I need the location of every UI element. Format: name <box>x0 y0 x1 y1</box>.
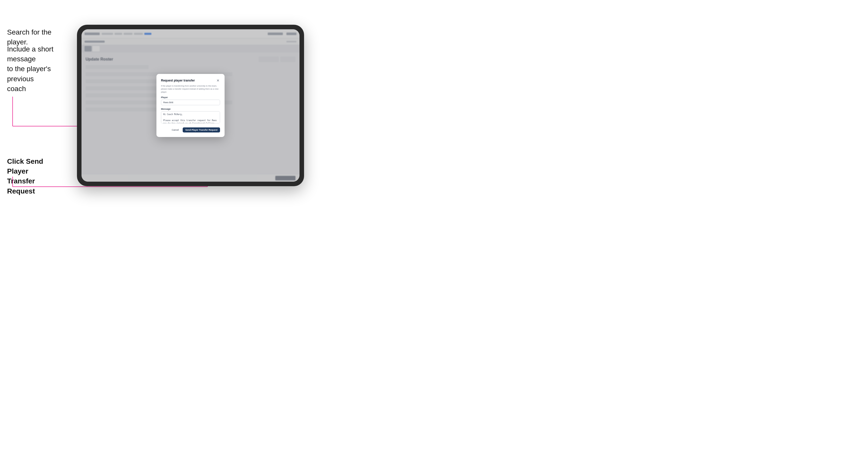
send-transfer-request-button[interactable]: Send Player Transfer Request <box>183 127 220 132</box>
tablet-device: Update Roster <box>77 25 304 186</box>
request-transfer-modal: Request player transfer ✕ If the player … <box>156 74 224 137</box>
cancel-button[interactable]: Cancel <box>169 128 181 132</box>
message-textarea[interactable]: Hi Coach McHarg, Please accept this tran… <box>161 111 220 123</box>
modal-header: Request player transfer ✕ <box>161 79 220 83</box>
modal-overlay: Request player transfer ✕ If the player … <box>82 29 300 182</box>
player-field-label: Player <box>161 96 220 99</box>
annotation-step2: Include a short message to the player's … <box>7 44 70 94</box>
tablet-screen: Update Roster <box>82 29 300 182</box>
message-field-label: Message <box>161 108 220 110</box>
modal-description: If the player is transferring from anoth… <box>161 85 220 94</box>
annotation-step3: Click Send Player Transfer Request <box>7 156 58 196</box>
modal-title: Request player transfer <box>161 79 195 82</box>
close-icon[interactable]: ✕ <box>216 79 220 83</box>
modal-footer: Cancel Send Player Transfer Request <box>161 127 220 132</box>
player-search-input[interactable] <box>161 100 220 105</box>
